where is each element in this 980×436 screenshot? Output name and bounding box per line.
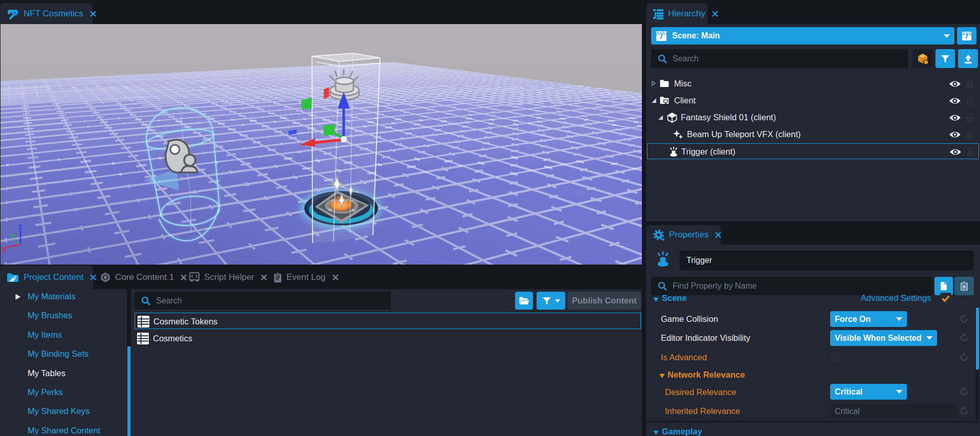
svg-text:Y: Y [10,232,15,240]
svg-text:X: X [2,246,7,253]
svg-text:Z: Z [18,223,23,231]
